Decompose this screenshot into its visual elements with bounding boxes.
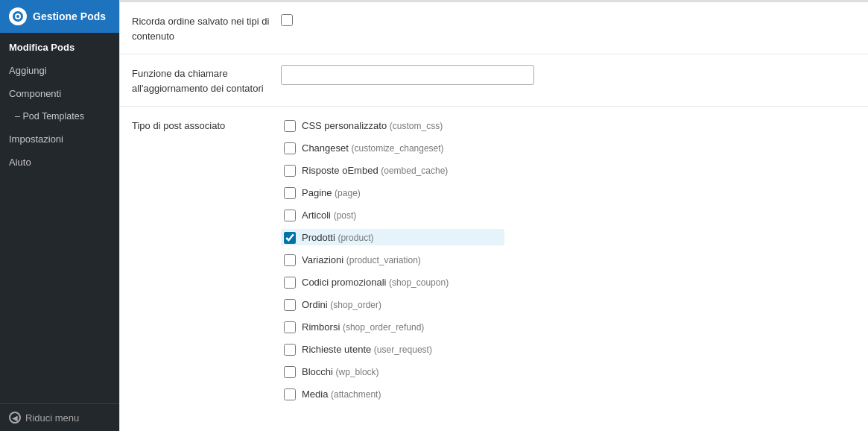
list-item-shop-order-refund: Rimborsi (shop_order_refund) (281, 318, 856, 335)
checkbox-product[interactable] (284, 232, 296, 244)
label-tipo-post: Tipo di post associato (132, 117, 281, 133)
checkbox-shop-coupon[interactable] (284, 277, 296, 289)
checkbox-post[interactable] (284, 210, 296, 221)
list-item-attachment: Media (attachment) (281, 386, 856, 402)
checkbox-shop-order[interactable] (284, 299, 296, 311)
svg-point-2 (16, 15, 19, 18)
field-tipo-post: CSS personalizzato (custom_css) Changese… (281, 117, 856, 402)
checkbox-oembed[interactable] (284, 165, 296, 177)
list-item-custom-css: CSS personalizzato (custom_css) (281, 117, 856, 133)
list-item-wp-block: Blocchi (wp_block) (281, 363, 856, 380)
list-item-changeset: Changeset (customize_changeset) (281, 139, 856, 156)
list-item-post: Articoli (post) (281, 207, 856, 223)
label-shop-order: Ordini (shop_order) (302, 299, 381, 310)
checkbox-shop-order-refund[interactable] (284, 321, 296, 333)
form-row-funzione: Funzione da chiamare all'aggiornamento d… (120, 54, 868, 107)
sidebar-item-aiuto[interactable]: Aiuto (0, 151, 119, 174)
label-attachment: Media (attachment) (302, 388, 381, 400)
label-shop-coupon: Codici promozionali (shop_coupon) (302, 277, 449, 288)
list-item-shop-order: Ordini (shop_order) (281, 296, 856, 312)
label-changeset: Changeset (customize_changeset) (302, 142, 444, 154)
input-funzione[interactable] (281, 65, 534, 85)
label-product-variation: Variazioni (product_variation) (302, 254, 421, 265)
list-item-page: Pagine (page) (281, 184, 856, 201)
logo-icon (9, 7, 27, 25)
checkbox-user-request[interactable] (284, 344, 296, 356)
reduce-menu-label: Riduci menu (25, 412, 79, 424)
checkbox-ricorda-ordine[interactable] (281, 14, 293, 26)
sidebar: Gestione Pods Modifica Pods Aggiungi Com… (0, 0, 119, 431)
label-ricorda-ordine: Ricorda ordine salvato nei tipi di conte… (132, 13, 281, 43)
label-shop-order-refund: Rimborsi (shop_order_refund) (302, 321, 424, 333)
sidebar-item-pod-templates[interactable]: – Pod Templates (0, 105, 119, 128)
checkbox-changeset[interactable] (284, 142, 296, 154)
checkbox-product-variation[interactable] (284, 254, 296, 266)
label-page: Pagine (page) (302, 187, 361, 198)
sidebar-item-componenti[interactable]: Componenti (0, 82, 119, 105)
sidebar-item-impostazioni[interactable]: Impostazioni (0, 128, 119, 151)
main-content: Ricorda ordine salvato nei tipi di conte… (119, 0, 868, 431)
label-oembed: Risposte oEmbed (oembed_cache) (302, 165, 448, 176)
reduce-menu-button[interactable]: ◀ Riduci menu (0, 403, 119, 431)
list-item-user-request: Richieste utente (user_request) (281, 341, 856, 357)
list-item-product: Prodotti (product) (281, 229, 504, 245)
checkbox-custom-css[interactable] (284, 120, 296, 132)
label-user-request: Richieste utente (user_request) (302, 344, 432, 355)
list-item-oembed: Risposte oEmbed (oembed_cache) (281, 162, 856, 178)
sidebar-item-aggiungi[interactable]: Aggiungi (0, 59, 119, 82)
sidebar-title: Gestione Pods (33, 10, 106, 22)
reduce-menu-icon: ◀ (9, 412, 21, 424)
sidebar-nav: Modifica Pods Aggiungi Componenti – Pod … (0, 33, 119, 403)
form-row-tipo-post: Tipo di post associato CSS personalizzat… (120, 107, 868, 412)
list-item-shop-coupon: Codici promozionali (shop_coupon) (281, 274, 856, 290)
checkbox-wp-block[interactable] (284, 366, 296, 378)
label-post: Articoli (post) (302, 210, 356, 221)
label-funzione: Funzione da chiamare all'aggiornamento d… (132, 65, 281, 95)
form-row-ricorda-ordine: Ricorda ordine salvato nei tipi di conte… (120, 2, 868, 54)
field-funzione (281, 65, 856, 85)
label-custom-css: CSS personalizzato (custom_css) (302, 120, 443, 131)
checkbox-page[interactable] (284, 187, 296, 199)
label-wp-block: Blocchi (wp_block) (302, 366, 379, 377)
checkbox-list-post-types: CSS personalizzato (custom_css) Changese… (281, 117, 856, 402)
label-product: Prodotti (product) (302, 232, 373, 243)
sidebar-header: Gestione Pods (0, 0, 119, 33)
sidebar-item-modifica-pods[interactable]: Modifica Pods (0, 36, 119, 59)
checkbox-attachment[interactable] (284, 388, 296, 400)
list-item-product-variation: Variazioni (product_variation) (281, 251, 856, 268)
field-ricorda-ordine (281, 13, 856, 28)
